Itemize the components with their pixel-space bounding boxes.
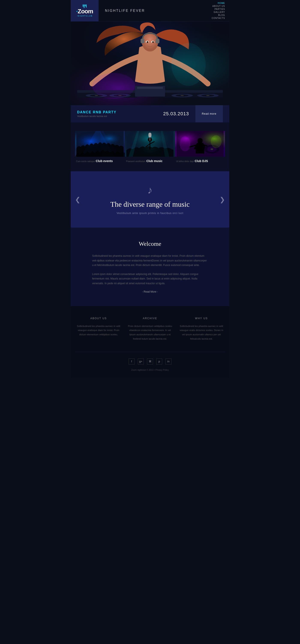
- music-content: ♪ The diverse range of music Vestibulum …: [75, 184, 225, 215]
- footer-archive-text: Proin dictum elementum veitdpibus sceleu…: [127, 324, 173, 341]
- welcome-paragraph-2: Lorem ipsm dolor sitmet consectetuer adi…: [92, 272, 208, 286]
- header: ·Zoom ·NIGHTCLUB NIGHTLIFE FEVER HOME AB…: [71, 0, 229, 22]
- svg-point-52: [211, 135, 221, 148]
- footer-columns: ABOUT US Sollicitudineid leo pharetra au…: [75, 317, 225, 341]
- nav-parties[interactable]: PARTIES: [214, 8, 225, 10]
- music-note-icon: ♪: [75, 184, 225, 196]
- slider-prev-button[interactable]: ❮: [73, 194, 83, 206]
- club-music-svg: [125, 131, 175, 157]
- svg-point-27: [147, 41, 148, 43]
- card-djs-title: Club DJS: [195, 159, 208, 163]
- music-slider-title: The diverse range of music: [75, 200, 225, 208]
- footer-about-title: ABOUT US: [75, 317, 122, 320]
- hero-dj-image: [71, 22, 229, 105]
- social-rss-icon[interactable]: ⌘: [147, 358, 153, 364]
- svg-point-30: [92, 73, 135, 99]
- slider-next-button[interactable]: ❯: [217, 194, 227, 206]
- welcome-read-more-link[interactable]: - Read More -: [142, 290, 158, 293]
- card-events-title: Club events: [96, 159, 113, 163]
- event-date: 25.03.2013: [163, 111, 189, 116]
- svg-rect-40: [149, 133, 151, 138]
- footer-why-text: Sollicitudineid leo pharetra aunnec in v…: [178, 324, 225, 341]
- svg-point-51: [179, 136, 190, 151]
- svg-rect-24: [155, 39, 159, 43]
- welcome-section: Welcome Sollicitudineid leo pharetra aun…: [71, 228, 229, 306]
- social-linkedin-icon[interactable]: in: [165, 358, 171, 364]
- music-slider-subtitle: Vestibulum ante ipsum primis in faucibus…: [75, 212, 225, 215]
- social-pinterest-icon[interactable]: p: [156, 358, 162, 364]
- welcome-title: Welcome: [92, 240, 208, 247]
- card-club-music: Praesent vestibulum Club music: [125, 131, 175, 163]
- card-club-music-image[interactable]: [125, 131, 175, 157]
- club-events-svg: [75, 131, 125, 157]
- main-nav: HOME ABOUT US PARTIES GALLERY BLOG CONTA…: [212, 2, 229, 19]
- svg-point-29: [171, 43, 206, 86]
- event-title: DANCE RNB PARTY: [77, 110, 163, 114]
- header-title: NIGHTLIFE FEVER: [99, 9, 212, 13]
- logo-sub: ·NIGHTCLUB: [77, 15, 93, 17]
- welcome-read-more: - Read More -: [92, 290, 208, 293]
- hero-section: [71, 22, 229, 105]
- card-music-title: Club music: [146, 159, 162, 163]
- card-music-label-row: Praesent vestibulum Club music: [125, 159, 175, 163]
- nav-blog[interactable]: BLOG: [218, 14, 225, 16]
- svg-point-19: [206, 95, 210, 96]
- cards-grid: Cum sociis natoque Club events: [75, 131, 225, 163]
- nav-home[interactable]: HOME: [218, 2, 225, 4]
- nav-gallery[interactable]: GALLERY: [214, 11, 225, 13]
- logo-text: ·Zoom: [76, 8, 93, 14]
- svg-point-28: [152, 41, 154, 43]
- read-more-button[interactable]: Read more: [195, 105, 223, 122]
- footer-about-text: Sollicitudineid leo pharetra aunnec in v…: [75, 324, 122, 337]
- svg-point-16: [180, 95, 184, 96]
- footer-copyright: Zoom nightclub © 2013 • Privacy Policy: [75, 369, 225, 371]
- svg-rect-23: [141, 39, 145, 43]
- card-events-prefix: Cum sociis natoque: [76, 160, 95, 162]
- footer-col-archive: ARCHIVE Proin dictum elementum veitdpibu…: [127, 317, 173, 341]
- svg-point-8: [95, 95, 98, 96]
- card-djs-prefix: Ut tellus dolor dapi: [176, 160, 194, 162]
- event-subtitle: Vestibulum iaculis lacinia est: [77, 115, 163, 118]
- social-googleplus-icon[interactable]: g+: [138, 358, 144, 364]
- card-club-events: Cum sociis natoque Club events: [75, 131, 125, 163]
- music-slider-section: ❮ ♪ The diverse range of music Vestibulu…: [71, 171, 229, 228]
- svg-point-50: [210, 148, 213, 150]
- event-bar: DANCE RNB PARTY Vestibulum iaculis lacin…: [71, 105, 229, 122]
- club-djs-svg: [175, 131, 225, 157]
- welcome-paragraph-1: Sollicitudineid leo pharetra aunnec in v…: [92, 254, 208, 268]
- svg-rect-13: [163, 90, 223, 93]
- card-djs-label-row: Ut tellus dolor dapi Club DJS: [175, 159, 225, 163]
- svg-point-47: [197, 138, 202, 143]
- cards-section: Cum sociis natoque Club events: [71, 122, 229, 171]
- footer-col-why: WHY US Sollicitudineid leo pharetra aunn…: [178, 317, 225, 341]
- nav-about[interactable]: ABOUT US: [212, 5, 225, 7]
- footer-why-title: WHY US: [178, 317, 225, 320]
- nav-contacts[interactable]: CONTACTS: [212, 17, 225, 19]
- footer-copyright-text: Zoom nightclub © 2013 • Privacy Policy: [131, 369, 169, 371]
- card-events-label-row: Cum sociis natoque Club events: [75, 159, 125, 163]
- logo-block: ·Zoom ·NIGHTCLUB: [71, 0, 99, 22]
- card-music-prefix: Praesent vestibulum: [126, 160, 146, 162]
- footer-social: f g+ ⌘ p in: [75, 352, 225, 364]
- footer-archive-title: ARCHIVE: [127, 317, 173, 320]
- footer-col-about: ABOUT US Sollicitudineid leo pharetra au…: [75, 317, 122, 341]
- card-club-djs-image[interactable]: [175, 131, 225, 157]
- card-club-events-image[interactable]: [75, 131, 125, 157]
- logo-bars-icon: [83, 4, 87, 8]
- svg-rect-21: [137, 87, 163, 89]
- footer: ABOUT US Sollicitudineid leo pharetra au…: [71, 306, 229, 378]
- social-facebook-icon[interactable]: f: [129, 358, 135, 364]
- card-club-djs: Ut tellus dolor dapi Club DJS: [175, 131, 225, 163]
- event-info: DANCE RNB PARTY Vestibulum iaculis lacin…: [77, 110, 163, 118]
